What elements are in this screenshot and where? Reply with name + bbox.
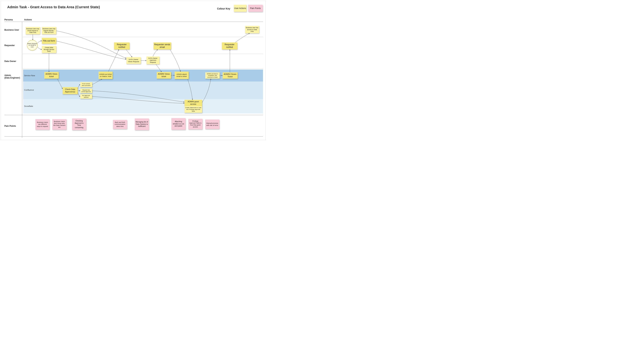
node-ad-attach: ADMIN attach email to ticket [174, 72, 189, 79]
node-req-notified2: Requester notified [222, 42, 237, 49]
band-confluence [23, 81, 263, 99]
pain-4: Back and forth communication takes time [113, 120, 127, 129]
node-bu-email: Business User may email request to Data … [26, 27, 40, 34]
legend-label: Colour Key [217, 7, 230, 10]
node-req-form: Fills out form [42, 38, 56, 44]
diagram-canvas: Admin Task - Grant Access to Data Area (… [1, 1, 266, 140]
col-persona: Persona [4, 18, 13, 21]
node-ad-close: ADMIN Closes Ticket [222, 72, 238, 79]
row-snowflake: Snowflake [24, 105, 33, 107]
pain-8: Manual process with risk of error [205, 119, 219, 129]
node-check-approver: Check Data Approver(s) [62, 87, 78, 94]
persona-divider [22, 22, 22, 138]
node-req-email: Requester sends email [154, 42, 171, 49]
node-req-ticket: Create ticket through Service Desk [42, 46, 56, 53]
row-servicenow: Service Now [24, 74, 35, 76]
lane-requester: Requester [4, 44, 15, 47]
node-branch-notcorrect: If not correct, add comment [80, 82, 92, 87]
col-actions: Actions [24, 18, 32, 21]
node-do-view: DATA Owner Views Request [126, 57, 141, 64]
pain-5: Managing list of Data Owners is ineffici… [135, 118, 149, 130]
pain-3: Checking Approval is Time consuming [72, 118, 86, 130]
pain-1: Business Users use different ways to req… [36, 119, 50, 130]
hr-do-admin [23, 68, 263, 69]
legend-user-actions: User Actions [234, 5, 246, 12]
node-req-notified1: Requester notified [114, 42, 130, 49]
lane-data-owner: Data Owner [4, 60, 16, 62]
node-grant-title: ADMIN grant access [184, 100, 202, 106]
node-do-approve: DATA Owner Approves Request [146, 56, 160, 64]
node-ad-hold: ADMIN put ticket on Status: Hold [98, 72, 112, 79]
lane-admin-l1: Admin [4, 74, 11, 76]
hr-bottom [4, 136, 263, 137]
pain-2: Business Users don't know who the Data O… [52, 119, 66, 130]
pain-7: Privilege Approval Table is how they gra… [188, 119, 202, 129]
node-branch-correct: Request has correct approver [80, 88, 92, 93]
lane-pain-points: Pain Points [4, 125, 16, 127]
node-bu-access: Business User has access to Data Area [245, 26, 259, 33]
page-title: Admin Task - Grant Access to Data Area (… [7, 5, 100, 9]
node-req-circle: Makes Request on behalf of User [27, 40, 38, 50]
hr-bu-req [23, 37, 263, 37]
hr-admin-pain [4, 115, 263, 115]
node-ad-view1: ADMIN Views ticket [44, 72, 59, 79]
node-bu-direct: Business User may request directly - Fil… [42, 27, 56, 34]
row-confluence: Confluence [24, 89, 34, 91]
lane-business-user: Business User [4, 29, 19, 31]
band-snowflake [23, 99, 263, 113]
node-ad-complete: ADMIN set ticket to completed, add comme… [205, 72, 220, 79]
node-grant-sub: Create statements to load into Privilege… [184, 106, 202, 113]
lane-admin-l2: (Data Engineer) [4, 76, 20, 79]
legend-pain-points: Pain Points [248, 5, 263, 12]
node-ad-view2: ADMIN Views ticket [156, 72, 171, 79]
pain-6: Attaching emails is a cut and paste [172, 118, 186, 130]
hr-req-do [23, 54, 263, 54]
node-branch-none: No approver needed [80, 94, 92, 99]
